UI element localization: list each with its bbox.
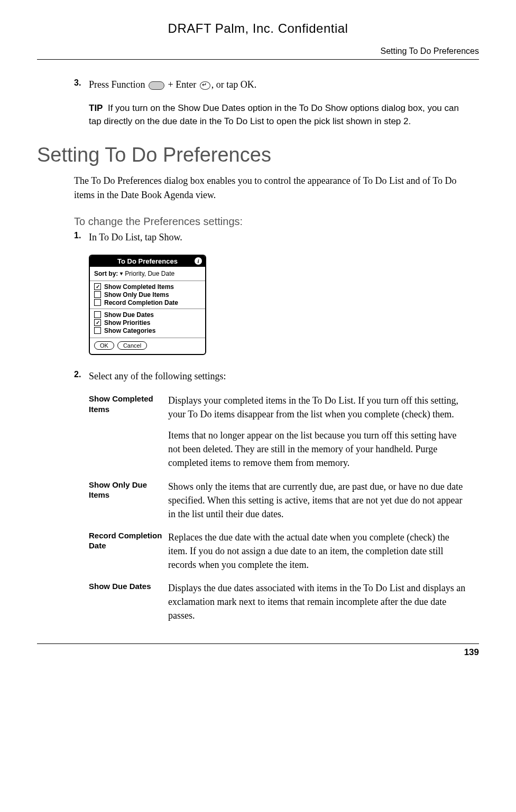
setting-name: Show Completed Items <box>89 394 163 470</box>
sortby-label: Sort by: <box>94 270 118 277</box>
section-heading: Setting To Do Preferences <box>37 144 479 166</box>
running-header: Setting To Do Preferences <box>37 46 479 60</box>
setting-p: Displays the due dates associated with i… <box>168 581 468 622</box>
section-intro: The To Do Preferences dialog box enables… <box>74 174 479 201</box>
ok-button[interactable]: OK <box>94 341 114 350</box>
setting-p: Shows only the items that are currently … <box>168 480 468 521</box>
setting-p: Items that no longer appear on the list … <box>168 428 468 470</box>
setting-name: Show Due Dates <box>89 581 163 622</box>
tip-text: If you turn on the Show Due Dates option… <box>89 103 459 126</box>
checkbox-show-only-due[interactable]: Show Only Due Items <box>94 291 201 298</box>
step-2: 2. Select any of the following settings: <box>74 370 479 383</box>
checklist-2: Show Due Dates Show Priorities Show Cate… <box>94 311 201 334</box>
step-body: Press Function + Enter , or tap OK. <box>89 78 479 91</box>
page-number: 139 <box>37 643 479 658</box>
checkbox-label: Show Categories <box>104 327 155 334</box>
setting-desc: Replaces the due date with the actual da… <box>168 530 468 572</box>
setting-row: Show Only Due Items Shows only the items… <box>89 480 468 521</box>
step-1: 1. In To Do List, tap Show. <box>74 231 479 244</box>
checkbox-show-priorities[interactable]: Show Priorities <box>94 319 201 326</box>
cancel-button[interactable]: Cancel <box>117 341 147 350</box>
checkbox-record-completion[interactable]: Record Completion Date <box>94 299 201 306</box>
checkbox-label: Show Only Due Items <box>104 291 169 298</box>
todo-preferences-dialog: To Do Preferences i Sort by: ▾ Priority,… <box>89 255 206 355</box>
checkbox-icon <box>94 319 101 326</box>
enter-key-icon <box>200 81 210 90</box>
setting-row: Show Completed Items Displays your compl… <box>89 394 468 470</box>
setting-desc: Displays your completed items in the To … <box>168 394 468 470</box>
step-body: In To Do List, tap Show. <box>89 231 479 244</box>
dialog-title: To Do Preferences <box>117 257 178 265</box>
settings-table: Show Completed Items Displays your compl… <box>89 394 468 622</box>
sortby-row[interactable]: Sort by: ▾ Priority, Due Date <box>94 270 201 277</box>
setting-row: Record Completion Date Replaces the due … <box>89 530 468 572</box>
setting-p: Displays your completed items in the To … <box>168 394 468 421</box>
setting-name: Record Completion Date <box>89 530 163 572</box>
setting-name: Show Only Due Items <box>89 480 163 521</box>
checkbox-show-completed[interactable]: Show Completed Items <box>94 283 201 291</box>
checkbox-icon <box>94 311 101 318</box>
sortby-value: Priority, Due Date <box>125 270 174 277</box>
step3-post: , or tap OK. <box>211 79 256 90</box>
checkbox-show-categories[interactable]: Show Categories <box>94 327 201 334</box>
checkbox-label: Show Due Dates <box>104 311 154 319</box>
checkbox-label: Show Priorities <box>104 319 150 326</box>
setting-p: Replaces the due date with the actual da… <box>168 530 468 572</box>
dropdown-arrow-icon: ▾ <box>120 270 123 276</box>
draft-header: DRAFT Palm, Inc. Confidential <box>37 21 479 36</box>
checkbox-icon <box>94 283 101 290</box>
checkbox-icon <box>94 291 101 298</box>
step-body: Select any of the following settings: <box>89 370 479 383</box>
info-icon[interactable]: i <box>195 257 202 265</box>
procedure-heading: To change the Preferences settings: <box>74 216 479 228</box>
dialog-titlebar: To Do Preferences i <box>90 256 205 267</box>
step-3: 3. Press Function + Enter , or tap OK. <box>74 78 479 91</box>
divider <box>90 309 205 309</box>
tip-label: TIP <box>89 103 103 113</box>
checklist-1: Show Completed Items Show Only Due Items… <box>94 283 201 306</box>
step3-pre: Press Function <box>89 79 148 90</box>
checkbox-icon <box>94 327 101 334</box>
function-key-icon <box>149 81 164 90</box>
checkbox-icon <box>94 299 101 306</box>
checkbox-show-due-dates[interactable]: Show Due Dates <box>94 311 201 319</box>
step3-mid: + Enter <box>165 79 199 90</box>
setting-row: Show Due Dates Displays the due dates as… <box>89 581 468 622</box>
step-number: 2. <box>74 370 89 383</box>
checkbox-label: Record Completion Date <box>104 299 178 306</box>
divider <box>90 281 205 281</box>
step-number: 1. <box>74 231 89 244</box>
checkbox-label: Show Completed Items <box>104 283 174 291</box>
tip-block: TIP If you turn on the Show Due Dates op… <box>89 102 468 128</box>
setting-desc: Displays the due dates associated with i… <box>168 581 468 622</box>
step-number: 3. <box>74 78 89 91</box>
setting-desc: Shows only the items that are currently … <box>168 480 468 521</box>
